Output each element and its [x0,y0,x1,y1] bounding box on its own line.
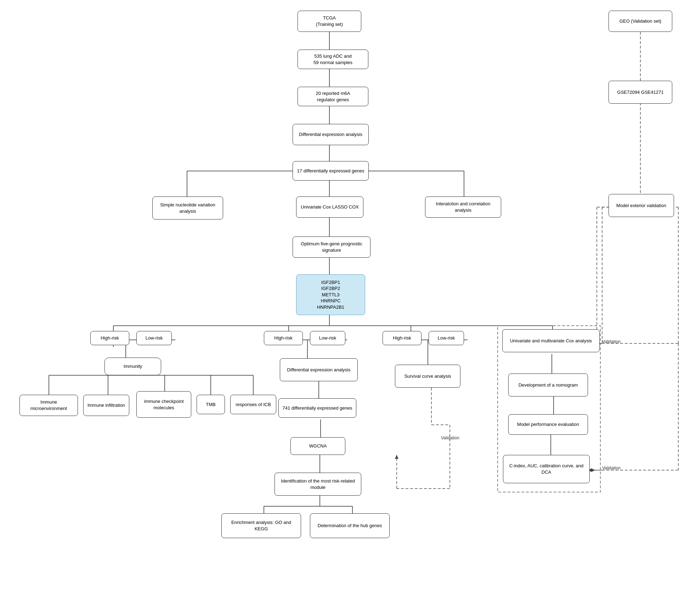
uni-multi-box: Univariate and multivariate Cox analysis [502,329,600,352]
flowchart: TCGA (Training set) 535 lung ADC and 59 … [0,0,696,616]
high-risk1-label: High-risk [101,335,119,341]
genes-label: IGF2BP1 IGF2BP2 METTL3 HNRNPC HNRNPA2B1 [317,279,344,310]
survival-box: Survival curve analysis [395,365,460,388]
geo-box: GEO (Validation set) [609,11,672,32]
immune-check-label: immune checkpoint molecules [140,398,187,411]
immune-infil-label: Immune infiltration [87,402,125,409]
immune-micro-label: Immune microenvironment [23,399,74,411]
most-risk-label: Identification of the most risk-related … [278,478,357,490]
wgcna-box: WGCNA [290,437,345,455]
gse-box: GSE72094 GSE41271 [609,81,672,104]
low-risk1-box: Low-risk [136,331,172,345]
c-index-label: C-index, AUC, calibration curve, and DCA [507,463,586,475]
immune-check-box: immune checkpoint molecules [136,391,191,418]
icb-label: responses of ICB [236,401,271,408]
survival-label: Survival curve analysis [404,373,451,380]
samples-label: 535 lung ADC and 59 normal samples [313,53,352,65]
univariate-label: Univariate Cox LASSO COX [301,204,359,210]
immunity-box: Immunity [104,358,161,375]
optimum-box: Optimum five-gene prognostic signature [293,236,370,258]
validation-label2: Validation [602,466,621,470]
svg-marker-69 [395,455,398,459]
immune-infil-box: Immune infiltration [83,395,129,416]
samples-box: 535 lung ADC and 59 normal samples [298,50,368,69]
immune-micro-box: Immune microenvironment [19,395,78,416]
uni-multi-label: Univariate and multivariate Cox analysis [510,338,592,344]
deg17-label: 17 differentially expressed genes [297,168,364,174]
diff-expr1-box: Differential expression analysis [293,124,369,145]
low-risk1-label: Low-risk [146,335,163,341]
svg-marker-76 [592,468,595,472]
c-index-box: C-index, AUC, calibration curve, and DCA [503,455,590,483]
snv-label: Simple nucleotide variation analysis [156,202,219,214]
wgcna-label: WGCNA [309,443,327,449]
enrichment-box: Enrichment analysis: GO and KEGG [221,513,301,538]
high-risk2-label: High-risk [274,335,292,341]
optimum-label: Optimum five-gene prognostic signature [296,241,367,253]
validation-label3: Validation [441,435,459,440]
geo-label: GEO (Validation set) [619,18,661,24]
m6a-box: 20 reported m6A regulator genes [298,87,368,106]
low-risk3-box: Low-risk [429,331,464,345]
univariate-box: Univariate Cox LASSO COX [296,196,363,218]
deg741-box: 741 differentially expressed genes [278,398,356,418]
low-risk3-label: Low-risk [438,335,455,341]
high-risk1-box: High-risk [90,331,129,345]
model-perf-box: Model performance evaluation [508,414,588,435]
tcga-box: TCGA (Training set) [298,11,361,32]
icb-box: responses of ICB [230,395,276,414]
immunity-label: Immunity [124,363,142,370]
gse-label: GSE72094 GSE41271 [617,89,664,96]
low-risk2-box: Low-risk [310,331,345,345]
tcga-label: TCGA (Training set) [316,15,343,27]
nomogram-label: Development of a nomogram [519,382,578,388]
deg741-label: 741 differentially expressed genes [282,405,352,411]
model-perf-label: Model performance evaluation [517,421,579,428]
nomogram-box: Development of a nomogram [508,373,588,397]
hub-genes-label: Determination of the hub genes [318,523,382,529]
high-risk3-label: High-risk [393,335,411,341]
most-risk-box: Identification of the most risk-related … [275,473,361,496]
high-risk3-box: High-risk [383,331,421,345]
deg17-box: 17 differentially expressed genes [293,161,369,181]
interaction-label: Interatction and correlation analysis [429,201,497,213]
model-ext-box: Model exterior validation [609,194,674,217]
snv-box: Simple nucleotide variation analysis [152,196,223,219]
genes-box: IGF2BP1 IGF2BP2 METTL3 HNRNPC HNRNPA2B1 [296,274,365,315]
high-risk2-box: High-risk [264,331,303,345]
model-ext-label: Model exterior validation [616,203,666,209]
diff-expr2-label: Differential expression analysis [287,367,351,373]
interaction-box: Interatction and correlation analysis [425,196,501,218]
diff-expr1-label: Differential expression analysis [299,131,362,138]
validation-label1: Validation [602,339,621,344]
tmb-label: TMB [206,401,215,408]
diff-expr2-box: Differential expression analysis [280,358,358,381]
hub-genes-box: Determination of the hub genes [310,513,390,538]
m6a-label: 20 reported m6A regulator genes [316,90,350,103]
low-risk2-label: Low-risk [319,335,336,341]
tmb-box: TMB [197,395,225,414]
enrichment-label: Enrichment analysis: GO and KEGG [225,519,297,532]
